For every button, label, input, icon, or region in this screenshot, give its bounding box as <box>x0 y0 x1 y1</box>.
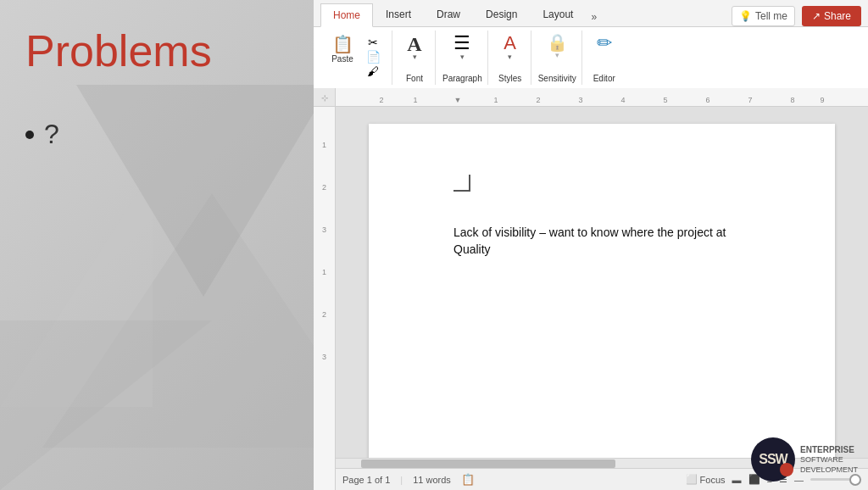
ssw-line1: ENTERPRISE <box>800 444 858 455</box>
page-info: Page 1 of 1 <box>342 475 390 485</box>
font-group: A ▾ Font <box>394 31 436 85</box>
vrule-5: 2 <box>322 310 326 319</box>
editor-label: Editor <box>593 74 615 83</box>
ruler-mark-1: 1 <box>493 96 498 104</box>
ruler-mark-center: ▼ <box>454 96 462 104</box>
tab-bar: Home Insert Draw Design Layout » 💡 Tell … <box>314 0 868 27</box>
editor-button[interactable]: ✏ <box>589 32 620 54</box>
ruler-mark-8: 8 <box>790 96 794 104</box>
ssw-badge: SSW <box>751 437 795 482</box>
ssw-line3: DEVELOPMENT <box>800 465 858 474</box>
styles-group: A ▾ Styles <box>490 31 531 85</box>
styles-label: Styles <box>498 74 521 83</box>
focus-label: Focus <box>700 475 726 485</box>
ssw-enterprise-text: ENTERPRISE SOFTWARE DEVELOPMENT <box>800 444 858 475</box>
scrollbar-thumb[interactable] <box>361 459 615 468</box>
tell-me-input[interactable]: 💡 Tell me <box>732 6 795 26</box>
styles-icon: A <box>504 34 516 53</box>
ruler-mark-2: 2 <box>536 96 540 104</box>
tab-insert[interactable]: Insert <box>373 3 424 26</box>
ruler-mark-5: 5 <box>663 96 667 104</box>
editor-group: ✏ Editor <box>584 31 625 85</box>
slide-bullet: ? <box>25 119 59 150</box>
cursor-indicator <box>453 175 470 192</box>
decorative-triangle-2 <box>0 320 212 490</box>
doc-text-line1: Lack of visibility – want to know where … <box>453 226 776 239</box>
track-changes-icon[interactable]: 📋 <box>461 473 475 486</box>
share-button[interactable]: ↗ Share <box>802 6 861 26</box>
tab-right-actions: 💡 Tell me ↗ Share <box>732 6 861 26</box>
toolbar: 📋 Paste ✂ 📄 🖌 A ▾ Fon <box>314 27 868 88</box>
word-count: 11 words <box>413 475 451 485</box>
vrule-4: 1 <box>322 268 326 276</box>
font-label: Font <box>406 74 423 83</box>
share-icon: ↗ <box>812 10 821 22</box>
tab-layout[interactable]: Layout <box>530 3 586 26</box>
focus-button[interactable]: ⬜ Focus <box>686 474 726 485</box>
tab-home[interactable]: Home <box>320 3 373 27</box>
document-area: 1 2 3 1 2 3 Lack of visibility – want to… <box>314 107 868 490</box>
ssw-red-circle <box>780 463 793 476</box>
ruler-mark-4: 4 <box>620 96 625 104</box>
vrule-2: 2 <box>322 183 326 192</box>
format-painter-button[interactable]: 🖌 <box>361 64 385 78</box>
focus-box-icon: ⬜ <box>686 474 698 485</box>
lightbulb-icon: 💡 <box>739 10 752 22</box>
ssw-line2: SOFTWARE <box>800 455 843 464</box>
sensitivity-icon: 🔒 <box>547 34 568 51</box>
ruler-mark-7: 7 <box>748 96 752 104</box>
ruler-marks: 2 1 ▼ 1 2 3 4 5 6 7 8 9 <box>314 88 868 106</box>
sensitivity-dropdown-arrow: ▾ <box>555 51 559 59</box>
horizontal-ruler: ⊹ 2 1 ▼ 1 2 3 4 5 6 7 8 9 <box>314 88 868 107</box>
font-dropdown-arrow: ▾ <box>413 53 417 61</box>
paragraph-icon: ☰ <box>453 34 470 53</box>
ruler-mark-6: 6 <box>705 96 709 104</box>
vertical-ruler: 1 2 3 1 2 3 <box>314 107 336 490</box>
sensitivity-button[interactable]: 🔒 ▾ <box>542 32 572 61</box>
paragraph-button[interactable]: ☰ ▾ <box>447 32 477 63</box>
format-painter-icon: 🖌 <box>367 65 379 77</box>
tab-design[interactable]: Design <box>473 3 530 26</box>
share-label: Share <box>824 10 851 22</box>
paste-secondary: ✂ 📄 🖌 <box>361 36 385 78</box>
ruler-mark-9: 9 <box>820 96 824 104</box>
paragraph-label: Paragraph <box>442 74 482 83</box>
vrule-6: 3 <box>322 353 326 361</box>
cut-icon: ✂ <box>368 36 378 48</box>
tell-me-label: Tell me <box>755 10 787 22</box>
bullet-dot <box>25 131 34 139</box>
paste-main: 📋 Paste <box>327 34 358 65</box>
doc-scroll[interactable]: Lack of visibility – want to know where … <box>336 107 868 458</box>
more-tabs-button[interactable]: » <box>586 8 602 26</box>
copy-button[interactable]: 📄 <box>361 50 385 64</box>
slide-panel: Problems ? <box>0 0 314 490</box>
ruler-mark-minus2: 2 <box>379 96 383 104</box>
paste-icon: 📋 <box>332 36 353 53</box>
font-button[interactable]: A ▾ <box>399 32 430 64</box>
ssw-logo: SSW ENTERPRISE SOFTWARE DEVELOPMENT <box>751 437 858 482</box>
vrule-1: 1 <box>322 141 326 149</box>
view-normal-icon[interactable]: ▬ <box>732 475 742 485</box>
doc-column: Lack of visibility – want to know where … <box>336 107 868 490</box>
editor-icon: ✏ <box>597 34 612 53</box>
ruler-mark-3: 3 <box>578 96 582 104</box>
word-app: Home Insert Draw Design Layout » 💡 Tell … <box>314 0 868 490</box>
doc-text-line2: Quality <box>453 242 776 256</box>
sensitivity-group: 🔒 ▾ Sensitivity <box>533 31 582 85</box>
vrule-3: 3 <box>322 226 326 234</box>
ruler-mark-minus1: 1 <box>413 96 417 104</box>
paragraph-group: ☰ ▾ Paragraph <box>437 31 488 85</box>
paste-label: Paste <box>331 54 353 64</box>
tab-draw[interactable]: Draw <box>424 3 473 26</box>
paragraph-dropdown-arrow: ▾ <box>460 53 465 61</box>
font-icon: A <box>407 34 421 54</box>
slide-title: Problems <box>25 25 212 76</box>
copy-icon: 📄 <box>366 51 381 63</box>
paste-group: 📋 Paste ✂ 📄 🖌 <box>320 31 392 85</box>
document-page[interactable]: Lack of visibility – want to know where … <box>369 124 835 458</box>
cut-button[interactable]: ✂ <box>361 36 385 49</box>
styles-dropdown-arrow: ▾ <box>508 53 512 61</box>
sensitivity-label: Sensitivity <box>538 74 576 83</box>
styles-button[interactable]: A ▾ <box>495 32 526 63</box>
paste-button[interactable]: 📋 Paste <box>327 34 358 65</box>
